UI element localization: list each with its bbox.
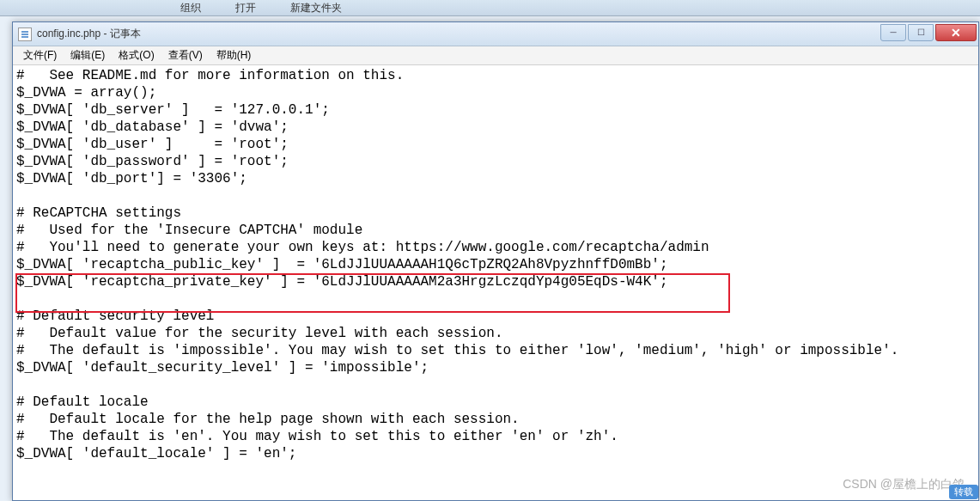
menubar: 文件(F) 编辑(E) 格式(O) 查看(V) 帮助(H) (13, 46, 978, 65)
toolbar-open[interactable]: 打开 (235, 1, 256, 15)
menu-help[interactable]: 帮助(H) (210, 46, 259, 64)
menu-edit[interactable]: 编辑(E) (64, 46, 112, 64)
editor-area: # See README.md for more information on … (13, 65, 978, 500)
menu-file[interactable]: 文件(F) (16, 46, 64, 64)
minimize-button[interactable]: ─ (880, 24, 906, 41)
menu-format[interactable]: 格式(O) (112, 46, 161, 64)
menu-view[interactable]: 查看(V) (161, 46, 210, 64)
notepad-window: config.inc.php - 记事本 ─ ☐ ✕ 文件(F) 编辑(E) 格… (12, 21, 979, 501)
toolbar-new-folder[interactable]: 新建文件夹 (290, 1, 342, 15)
window-controls: ─ ☐ ✕ (879, 24, 977, 41)
notepad-icon (18, 27, 32, 41)
watermark-text: CSDN @屋檐上的白鸽 (843, 477, 965, 492)
close-button[interactable]: ✕ (935, 24, 977, 41)
maximize-button[interactable]: ☐ (908, 24, 934, 41)
explorer-toolbar: 组织 打开 新建文件夹 (0, 0, 980, 16)
titlebar[interactable]: config.inc.php - 记事本 ─ ☐ ✕ (13, 22, 978, 46)
corner-badge: 转载 (949, 485, 978, 499)
text-editor[interactable]: # See README.md for more information on … (13, 65, 978, 500)
toolbar-organize[interactable]: 组织 (180, 1, 201, 15)
window-title: config.inc.php - 记事本 (37, 27, 879, 41)
